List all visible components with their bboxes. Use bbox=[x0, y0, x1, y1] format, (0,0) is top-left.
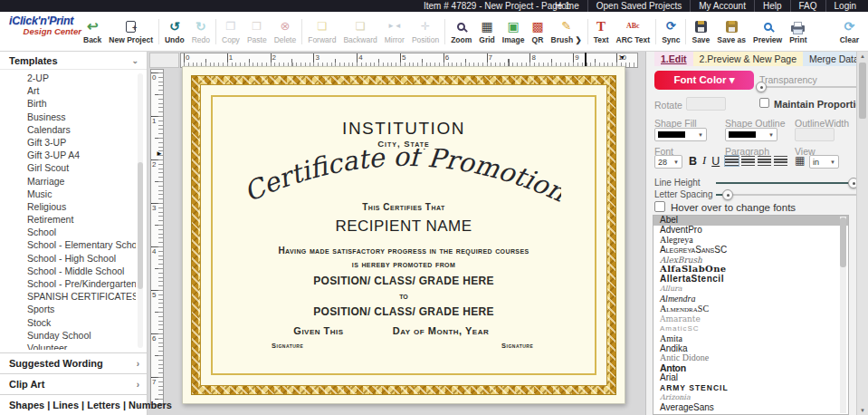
letter-spacing-slider-thumb[interactable] bbox=[722, 189, 733, 200]
to-text[interactable]: to bbox=[183, 291, 625, 301]
toolbar-sync[interactable]: ⟳Sync bbox=[658, 12, 683, 52]
given-this-text[interactable]: Given This bbox=[269, 325, 368, 336]
toolbar-mirror[interactable]: ►◄Mirror bbox=[381, 12, 408, 52]
toolbar-zoom[interactable]: Zoom bbox=[447, 12, 475, 52]
toolbar-forward[interactable]: ❏Forward bbox=[304, 12, 339, 52]
font-option-army-stencil[interactable]: ARMY STENCIL bbox=[653, 383, 848, 393]
toolbar-save[interactable]: Save bbox=[688, 12, 713, 52]
line-height-slider-track[interactable] bbox=[716, 182, 859, 184]
topbar-menu-faq[interactable]: FAQ bbox=[790, 0, 825, 12]
toolbar-save-as[interactable]: Save as bbox=[713, 12, 749, 52]
tab-2-preview-new-page[interactable]: 2.Preview & New Page bbox=[693, 52, 803, 66]
font-option-amita[interactable]: Amita bbox=[653, 334, 848, 344]
sidebar-item-gift-3-up[interactable]: Gift 3-UP bbox=[0, 136, 136, 149]
transparency-slider-thumb[interactable] bbox=[756, 82, 767, 92]
position-to-text[interactable]: POSITION/ CLASS/ GRADE HERE bbox=[183, 305, 625, 318]
sidebar-item-girl-scout[interactable]: Girl Scout bbox=[0, 161, 136, 174]
progress-line-text[interactable]: Having made satisfactory progress in the… bbox=[183, 246, 625, 256]
sidebar-section-shapes-lines-letters-numbers[interactable]: Shapes | Lines | Letters | Numbers› bbox=[0, 394, 147, 415]
view-grid-icon[interactable]: ▦ bbox=[795, 155, 805, 166]
certifies-text[interactable]: This Certifies That bbox=[183, 202, 625, 212]
design-canvas[interactable]: 012345678910 ▼ 01234567 ► INSTITUTION Ci… bbox=[148, 52, 645, 415]
font-color-button[interactable]: Font Color ▾ bbox=[654, 71, 754, 90]
templates-header[interactable]: Templates ⌄ bbox=[0, 52, 147, 70]
topbar-menu-help[interactable]: Help bbox=[754, 0, 790, 12]
toolbar-back[interactable]: ↩Back bbox=[80, 12, 105, 52]
sidebar-scroll-thumb[interactable] bbox=[138, 162, 143, 289]
signature-left-text[interactable]: Signature bbox=[272, 342, 303, 350]
maintain-proportions-checkbox[interactable] bbox=[759, 98, 769, 108]
toolbar-image[interactable]: ▣Image bbox=[499, 12, 529, 52]
toolbar-paste[interactable]: ❒Paste bbox=[243, 12, 271, 52]
font-option-adventpro[interactable]: AdventPro bbox=[653, 226, 848, 236]
scroll-up-icon[interactable]: ▲ bbox=[857, 53, 868, 59]
font-option-alegreya[interactable]: Alegreya bbox=[653, 236, 848, 246]
sidebar-item-music[interactable]: Music bbox=[0, 188, 136, 200]
sidebar-item-sports[interactable]: Sports bbox=[0, 303, 136, 315]
topbar-menu-open-saved-projects[interactable]: Open Saved Projects bbox=[587, 0, 691, 12]
sidebar-item-2-up[interactable]: 2-UP bbox=[0, 72, 136, 84]
font-option-antic-didone[interactable]: Antic Didone bbox=[653, 353, 848, 363]
toolbar-qr[interactable]: ▩QR bbox=[528, 12, 547, 52]
shape-fill-select[interactable]: ▼ bbox=[654, 128, 707, 141]
sidebar-item-marriage[interactable]: Marriage bbox=[0, 175, 136, 188]
position-from-text[interactable]: POSITION/ CLASS/ GRADE HERE bbox=[183, 275, 625, 287]
font-option-amarante[interactable]: Amarante bbox=[653, 314, 848, 324]
transparency-slider-track[interactable] bbox=[758, 86, 859, 88]
font-option-arizonia[interactable]: Arizonia bbox=[653, 393, 848, 403]
sidebar-section-clip-art[interactable]: Clip Art› bbox=[0, 373, 147, 394]
sidebar-item-art[interactable]: Art bbox=[0, 84, 136, 97]
sidebar-item-school[interactable]: School bbox=[0, 226, 136, 238]
institution-text[interactable]: INSTITUTION bbox=[183, 119, 625, 139]
font-option-andika[interactable]: Andika bbox=[653, 344, 848, 354]
hover-fonts-checkbox[interactable] bbox=[654, 201, 665, 212]
align-left-icon[interactable] bbox=[725, 156, 739, 166]
font-option-arial[interactable]: Arial bbox=[653, 373, 848, 383]
toolbar-copy[interactable]: ❐Copy bbox=[218, 12, 243, 52]
font-option-anton[interactable]: Anton bbox=[653, 363, 848, 373]
toolbar-text[interactable]: TText bbox=[590, 12, 613, 52]
font-option-alfaslabone[interactable]: AlfaSlabOne bbox=[653, 265, 848, 275]
align-right-icon[interactable] bbox=[758, 156, 771, 166]
font-option-almendrasc[interactable]: AlmendraSC bbox=[653, 304, 848, 314]
certificate-title-arc[interactable]: Certificate of Promotion bbox=[248, 149, 561, 205]
font-option-allura[interactable]: Allura bbox=[653, 285, 848, 294]
letter-spacing-slider-track[interactable] bbox=[728, 194, 859, 196]
toolbar-backward[interactable]: ❏Backward bbox=[339, 12, 380, 52]
signature-right-text[interactable]: Signature bbox=[501, 342, 533, 350]
bold-button[interactable]: B bbox=[689, 155, 697, 168]
toolbar-preview[interactable]: Preview bbox=[749, 12, 786, 52]
sidebar-section-suggested-wording[interactable]: Suggested Wording› bbox=[0, 352, 147, 373]
font-option-almendra[interactable]: Almendra bbox=[653, 294, 848, 304]
sidebar-item-school-pre-kindergarten[interactable]: School - Pre/Kindergarten bbox=[0, 277, 136, 290]
toolbar-delete[interactable]: ⊗Delete bbox=[271, 12, 300, 52]
sidebar-item-business[interactable]: Business bbox=[0, 111, 136, 123]
sidebar-item-school-middle-school[interactable]: School - Middle School bbox=[0, 265, 136, 277]
toolbar-new-project[interactable]: New Project bbox=[105, 12, 157, 52]
sidebar-item-school-high-school[interactable]: School - High School bbox=[0, 252, 136, 265]
toolbar-redo[interactable]: ↻Redo bbox=[188, 12, 214, 52]
app-logo[interactable]: iClick'n'Print Design Center bbox=[9, 14, 81, 36]
sidebar-item-calendars[interactable]: Calendars bbox=[0, 123, 136, 136]
font-option-alegreyasanssc[interactable]: AlegreyaSansSC bbox=[653, 246, 848, 256]
shape-outline-select[interactable]: ▼ bbox=[725, 128, 777, 141]
font-option-averagesans[interactable]: AverageSans bbox=[653, 403, 848, 413]
promoted-line-text[interactable]: is hereby promoted from bbox=[183, 259, 625, 269]
topbar-menu-home[interactable]: Home bbox=[547, 0, 587, 12]
city-state-text[interactable]: City, State bbox=[183, 139, 625, 149]
tab-1-edit[interactable]: 1.Edit bbox=[654, 52, 693, 66]
font-list-scroll-thumb[interactable] bbox=[840, 217, 846, 267]
toolbar-brush[interactable]: ✎Brush ❯ bbox=[548, 12, 586, 52]
sidebar-item-religious[interactable]: Religious bbox=[0, 200, 136, 213]
toolbar-grid[interactable]: ▦Grid bbox=[475, 12, 498, 52]
underline-button[interactable]: U bbox=[711, 155, 720, 168]
certificate-page[interactable]: INSTITUTION City, State Certificate of P… bbox=[182, 66, 625, 404]
align-center-icon[interactable] bbox=[741, 156, 755, 166]
sidebar-item-volunteer[interactable]: Volunteer bbox=[0, 342, 136, 350]
toolbar-position[interactable]: ✛Position bbox=[408, 12, 443, 52]
font-option-allertastencil[interactable]: AllertaStencil bbox=[653, 275, 848, 285]
toolbar-undo[interactable]: ↺Undo bbox=[161, 12, 188, 52]
sidebar-item-stock[interactable]: Stock bbox=[0, 316, 136, 329]
topbar-menu-my-account[interactable]: My Account bbox=[690, 0, 754, 12]
sidebar-item-spanish-certificates[interactable]: SPANISH CERTIFICATES bbox=[0, 290, 136, 303]
